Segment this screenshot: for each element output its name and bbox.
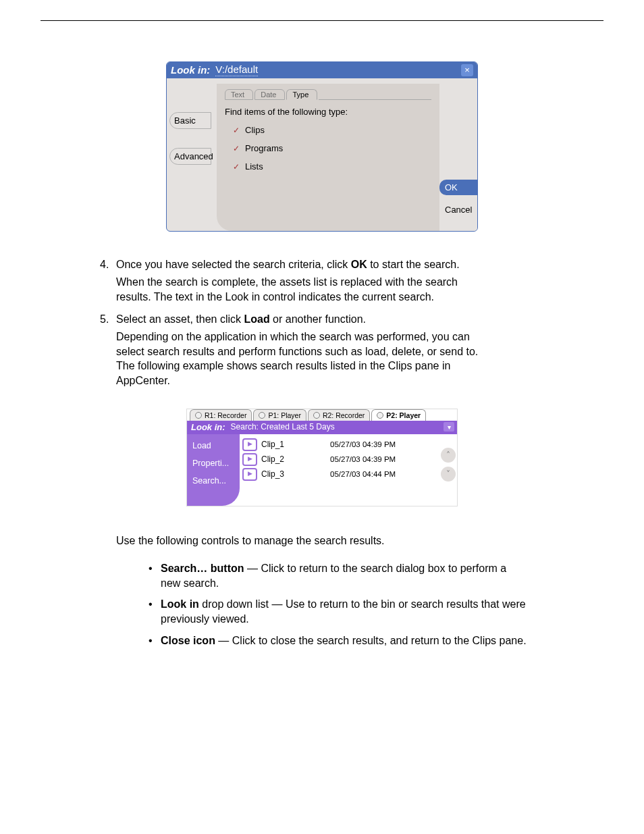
check-programs[interactable]: ✓ Programs bbox=[233, 143, 431, 153]
list-item[interactable]: ▶Clip_2 05/27/03 04:39 PM bbox=[242, 453, 454, 466]
clip-name: Clip_1 bbox=[261, 440, 284, 449]
ok-button[interactable]: OK bbox=[439, 180, 477, 195]
tab-p1-player[interactable]: P1: Player bbox=[253, 409, 306, 421]
subtab-date[interactable]: Date bbox=[254, 89, 285, 100]
check-icon: ✓ bbox=[233, 162, 240, 172]
clip-name: Clip_2 bbox=[261, 454, 284, 464]
use-controls-text: Use the following controls to manage the… bbox=[116, 533, 494, 548]
tab-r1-recorder[interactable]: R1: Recorder bbox=[190, 409, 252, 421]
controls-bullet-list: •Search… button — Click to return to the… bbox=[149, 561, 527, 648]
channel-tabs: R1: Recorder P1: Player R2: Recorder P2:… bbox=[187, 409, 457, 421]
scroll-up-icon[interactable]: ˄ bbox=[441, 448, 456, 463]
find-items-label: Find items of the following type: bbox=[225, 107, 431, 117]
clip-icon: ▶ bbox=[242, 438, 257, 451]
status-dot-icon bbox=[377, 412, 383, 419]
search-button[interactable]: Search... bbox=[192, 476, 240, 486]
tab-r2-recorder[interactable]: R2: Recorder bbox=[308, 409, 370, 421]
lookin-value: Search: Created Last 5 Days bbox=[231, 422, 444, 432]
step-number-4: 4. bbox=[100, 259, 116, 271]
tab-advanced[interactable]: Advanced bbox=[169, 148, 211, 165]
lookin-dropdown-icon[interactable]: ▾ bbox=[444, 422, 454, 432]
search-type-dialog: Look in: V:/default × Basic Advanced Tex… bbox=[166, 61, 478, 232]
clip-icon: ▶ bbox=[242, 468, 257, 481]
search-results-panel: R1: Recorder P1: Player R2: Recorder P2:… bbox=[186, 409, 458, 506]
properties-button[interactable]: Properti... bbox=[192, 459, 240, 468]
step-5-text: Select an asset, then click Load or anot… bbox=[116, 313, 366, 325]
lookin-label: Look in: bbox=[191, 422, 225, 432]
tab-p2-player[interactable]: P2: Player bbox=[371, 409, 426, 421]
step-4-description: When the search is complete, the assets … bbox=[116, 275, 494, 304]
check-lists-label: Lists bbox=[245, 161, 263, 172]
status-dot-icon bbox=[259, 412, 265, 419]
list-item[interactable]: ▶Clip_3 05/27/03 04:44 PM bbox=[242, 468, 454, 481]
clip-icon: ▶ bbox=[242, 453, 257, 466]
status-dot-icon bbox=[195, 412, 202, 419]
list-item[interactable]: ▶Clip_1 05/27/03 04:39 PM bbox=[242, 438, 454, 451]
scroll-down-icon[interactable]: ˅ bbox=[441, 467, 456, 481]
top-horizontal-rule bbox=[41, 20, 603, 21]
clip-date: 05/27/03 04:39 PM bbox=[330, 440, 396, 448]
check-clips[interactable]: ✓ Clips bbox=[233, 125, 431, 135]
step-number-5: 5. bbox=[100, 313, 116, 325]
load-button[interactable]: Load bbox=[192, 441, 240, 450]
check-icon: ✓ bbox=[233, 144, 240, 153]
lookin-path-dropdown[interactable]: V:/default bbox=[215, 63, 258, 76]
dialog-header: Look in: V:/default × bbox=[167, 62, 477, 78]
clip-date: 05/27/03 04:39 PM bbox=[330, 455, 396, 463]
clip-date: 05/27/03 04:44 PM bbox=[330, 470, 396, 478]
lookin-label: Look in: bbox=[171, 64, 210, 76]
cancel-button[interactable]: Cancel bbox=[439, 202, 477, 217]
tab-basic[interactable]: Basic bbox=[169, 112, 211, 129]
step-4-text: Once you have selected the search criter… bbox=[116, 259, 460, 271]
clip-name: Clip_3 bbox=[261, 469, 284, 479]
close-icon[interactable]: × bbox=[461, 64, 473, 76]
check-programs-label: Programs bbox=[245, 143, 283, 153]
check-clips-label: Clips bbox=[245, 125, 265, 135]
lookin-bar: Look in: Search: Created Last 5 Days ▾ bbox=[187, 421, 457, 434]
status-dot-icon bbox=[313, 412, 320, 419]
check-lists[interactable]: ✓ Lists bbox=[233, 161, 431, 172]
step-5-description: Depending on the application in which th… bbox=[116, 330, 494, 388]
subtab-text[interactable]: Text bbox=[225, 89, 253, 100]
check-icon: ✓ bbox=[233, 126, 240, 135]
subtab-type[interactable]: Type bbox=[286, 89, 317, 100]
